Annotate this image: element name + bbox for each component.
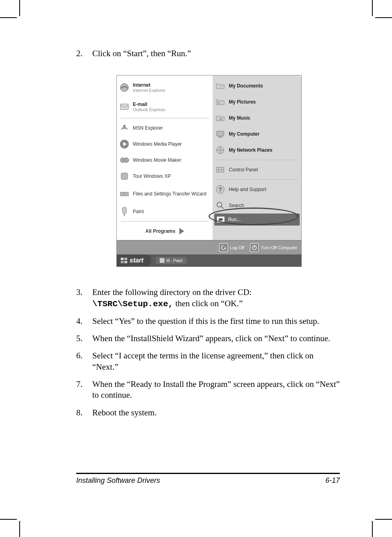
chevron-right-icon [179, 228, 184, 234]
menu-item-fst[interactable]: Files and Settings Transfer Wizard [118, 184, 211, 203]
logoff-button[interactable]: Log Off [219, 243, 244, 252]
menu-item-sublabel: Outlook Express [133, 107, 165, 112]
menu-item-run[interactable]: Run... [214, 214, 300, 226]
step-text: Reboot the system. [92, 407, 340, 418]
start-menu-screenshot: Internet Internet Explorer E-mail Outloo… [116, 75, 302, 267]
step-5: 5. When the “InstallShield Wizard” appea… [76, 333, 340, 344]
menu-item-mycomp[interactable]: My Computer [214, 126, 300, 142]
step-text: Select “Yes” to the question if this is … [92, 316, 340, 327]
crop-mark [19, 0, 20, 16]
menu-item-label: Paint [133, 209, 144, 214]
separator [217, 160, 297, 160]
crop-mark [0, 17, 17, 18]
svg-rect-7 [121, 173, 128, 179]
media-player-icon [119, 139, 130, 149]
menu-item-mynet[interactable]: My Network Places [214, 142, 300, 158]
step-text: Enter the following directory on the dri… [92, 287, 340, 309]
step-number: 4. [76, 316, 92, 327]
menu-item-msn[interactable]: MSN Explorer [118, 120, 211, 136]
svg-rect-12 [217, 131, 224, 136]
crop-mark [375, 17, 392, 18]
menu-item-label: Help and Support [229, 187, 266, 192]
svg-point-17 [221, 169, 223, 171]
svg-point-6 [124, 158, 129, 163]
svg-rect-15 [217, 167, 224, 172]
menu-item-email[interactable]: E-mail Outlook Express [118, 97, 211, 116]
all-programs-label: All Programs [145, 228, 175, 234]
separator [121, 221, 209, 222]
step-text-part: then click on “OK.” [175, 299, 243, 308]
svg-point-16 [218, 169, 219, 171]
logoff-label: Log Off [230, 245, 244, 250]
menu-item-cpanel[interactable]: Control Panel [214, 162, 300, 178]
menu-item-sublabel: Internet Explorer [133, 88, 165, 93]
step-number: 2. [76, 48, 92, 59]
step-text: When the “InstallShield Wizard” appears,… [92, 333, 340, 344]
separator [217, 179, 297, 180]
help-icon: ? [215, 184, 225, 195]
crop-mark [372, 521, 373, 537]
step-8: 8. Reboot the system. [76, 407, 340, 418]
power-icon [250, 243, 259, 252]
paint-icon [119, 206, 130, 217]
menu-item-internet[interactable]: Internet Internet Explorer [118, 78, 211, 97]
step-number: 3. [76, 287, 92, 309]
menu-item-label: Tour Windows XP [133, 174, 171, 179]
menu-item-mydocs[interactable]: My Documents [214, 78, 300, 94]
menu-item-wmp[interactable]: Windows Media Player [118, 136, 211, 152]
svg-rect-13 [219, 136, 222, 138]
menu-item-label: My Computer [229, 132, 260, 137]
menu-item-label: My Music [229, 116, 250, 121]
separator [121, 118, 209, 118]
menu-item-help[interactable]: ? Help and Support [214, 181, 300, 197]
step-text: Select “I accept the terms in the licens… [92, 350, 340, 372]
crop-mark [375, 519, 392, 520]
start-menu-footer: Log Off Turn Off Computer [117, 240, 301, 254]
network-icon [215, 145, 225, 155]
step-3: 3. Enter the following directory on the … [76, 287, 340, 309]
turnoff-button[interactable]: Turn Off Computer [250, 243, 297, 252]
music-icon [215, 113, 225, 123]
menu-item-label: My Documents [229, 83, 263, 89]
step-text: Click on “Start”, then “Run.” [92, 48, 340, 59]
paint-taskbar-icon [160, 258, 165, 263]
step-text-part: Enter the following directory on the dri… [92, 287, 252, 297]
internet-explorer-icon [119, 82, 130, 93]
step-number: 8. [76, 407, 92, 418]
step-7: 7. When the “Ready to Install the Progra… [76, 379, 340, 401]
menu-item-paint[interactable]: Paint [118, 203, 211, 220]
svg-rect-8 [120, 192, 124, 196]
menu-item-search[interactable]: Search [214, 197, 300, 214]
menu-item-mypics[interactable]: My Pictures [214, 94, 300, 110]
menu-item-label: Files and Settings Transfer Wizard [133, 191, 206, 197]
msn-icon [119, 123, 130, 133]
menu-item-wmm[interactable]: Windows Movie Maker [118, 152, 211, 168]
step-number: 7. [76, 379, 92, 401]
start-button[interactable]: start [117, 254, 151, 266]
svg-rect-9 [125, 192, 128, 196]
svg-rect-1 [120, 104, 128, 110]
menu-item-label: Control Panel [229, 167, 258, 173]
footer-title: Installing Software Drivers [76, 476, 160, 485]
all-programs-button[interactable]: All Programs [118, 223, 211, 238]
svg-point-2 [123, 125, 126, 127]
step-4: 4. Select “Yes” to the question if this … [76, 316, 340, 327]
transfer-wizard-icon [119, 189, 130, 199]
step-2: 2. Click on “Start”, then “Run.” [76, 48, 340, 59]
menu-item-label: My Pictures [229, 100, 256, 105]
start-menu-right-column: My Documents My Pictures My Music [213, 75, 301, 240]
control-panel-icon [215, 165, 225, 175]
menu-item-label: Windows Media Player [133, 142, 182, 147]
menu-item-tour[interactable]: Tour Windows XP [118, 168, 211, 184]
crop-mark [0, 519, 17, 520]
turnoff-label: Turn Off Computer [261, 245, 297, 250]
folder-icon [215, 81, 225, 91]
menu-item-label: Internet [133, 82, 150, 88]
pictures-icon [215, 97, 225, 107]
menu-item-mymusic[interactable]: My Music [214, 110, 300, 126]
crop-mark [372, 0, 373, 16]
svg-point-10 [218, 102, 219, 104]
taskbar: start t8 - Paint [117, 254, 301, 266]
menu-item-label: My Network Places [229, 148, 272, 153]
taskbar-item-paint[interactable]: t8 - Paint [156, 257, 187, 264]
